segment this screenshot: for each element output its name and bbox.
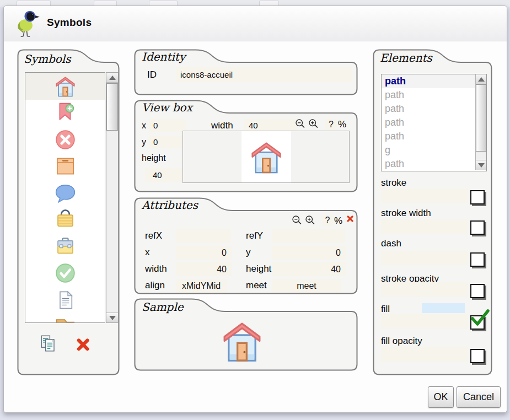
lock-icon [53, 207, 78, 232]
symbols-list[interactable] [25, 72, 105, 323]
symbols-panel: Symbols [17, 49, 120, 375]
viewbox-panel-title: View box [142, 101, 192, 114]
viewbox-x-label: x [142, 121, 146, 131]
toolbox-icon [53, 234, 78, 259]
zoom-out-icon[interactable] [294, 118, 306, 130]
home-icon [53, 74, 78, 99]
dialog-title: Symbols [47, 6, 92, 39]
stroke-label: stroke [381, 177, 406, 189]
viewbox-preview-canvas [241, 131, 291, 182]
stroke-checkbox[interactable] [470, 190, 485, 204]
symbol-list-item[interactable] [25, 100, 105, 127]
attr-refX-label: refX [145, 230, 162, 241]
attr-height-label: height [246, 263, 271, 274]
home-icon [218, 317, 266, 365]
attributes-grid: refX refY x 0 y 0width 40 height 40align… [134, 197, 358, 294]
id-input[interactable]: icons8-accueil [176, 67, 352, 82]
stroke-opacity-input[interactable] [381, 282, 468, 297]
identity-panel-title: Identity [142, 50, 185, 63]
viewbox-height-label: height [142, 153, 166, 163]
viewbox-width-input[interactable]: 40 [244, 119, 297, 132]
box-icon [53, 154, 78, 179]
attr-meet-label: meet [246, 280, 267, 291]
home-icon [247, 138, 286, 176]
fill-opacity-input[interactable] [381, 347, 468, 362]
check-icon [470, 309, 491, 327]
symbol-list-item[interactable] [25, 153, 105, 180]
attr-width-label: width [145, 263, 167, 274]
attr-x-label: x [145, 247, 150, 258]
attr-width-input[interactable]: 40 [176, 262, 232, 276]
bird-logo-icon [10, 8, 41, 39]
symbol-list-item[interactable] [25, 260, 105, 287]
sample-panel: Sample [134, 298, 358, 371]
ok-button[interactable]: OK [428, 386, 454, 408]
cancel-button[interactable]: Cancel [457, 386, 501, 408]
cancel-icon [53, 127, 78, 152]
viewbox-panel: View box x 0 y 0 height 40 width 40 ? % [134, 100, 358, 192]
check-icon [53, 261, 78, 286]
viewbox-y-input[interactable]: 0 [149, 136, 186, 148]
fill-color-swatch [422, 303, 465, 313]
symbols-scrollbar [106, 72, 119, 323]
symbol-list-item[interactable] [25, 314, 105, 324]
dash-checkbox[interactable] [470, 252, 485, 267]
symbol-list-item[interactable] [25, 126, 105, 153]
viewbox-percent-label: % [338, 119, 346, 130]
attr-y-input[interactable]: 0 [272, 246, 346, 260]
id-label: ID [147, 69, 157, 80]
symbol-list-item[interactable] [25, 233, 105, 260]
dialog-header: Symbols [4, 6, 507, 41]
attr-refY-input[interactable] [272, 229, 345, 243]
stroke-input[interactable] [381, 189, 468, 203]
arrow-up-icon [109, 76, 116, 80]
fill-label: fill [381, 304, 390, 315]
attributes-panel: Attributes ? % refX refY x 0 y 0width 40… [134, 197, 358, 294]
element-style-fields: strokestroke widthdashstroke opacityfill… [373, 49, 492, 375]
symbol-list-item[interactable] [25, 180, 105, 207]
fill-checkbox[interactable] [470, 315, 485, 330]
copy-symbol-button[interactable] [38, 333, 59, 354]
attr-refY-label: refY [246, 230, 263, 241]
viewbox-preview [182, 131, 350, 183]
chat-icon [53, 181, 78, 206]
attr-align-label: align [145, 280, 165, 291]
viewbox-scale-input[interactable]: ? [325, 119, 337, 130]
viewbox-width-label: width [211, 120, 233, 131]
identity-panel: Identity ID icons8-accueil [134, 49, 358, 95]
symbol-list-item[interactable] [25, 73, 105, 100]
attr-y-label: y [246, 247, 251, 258]
viewbox-y-label: y [142, 137, 146, 147]
attr-height-input[interactable]: 40 [272, 262, 346, 276]
stroke-width-checkbox[interactable] [470, 220, 485, 235]
dash-input[interactable] [381, 251, 468, 265]
stroke-opacity-checkbox[interactable] [470, 284, 485, 298]
fill-input[interactable] [381, 314, 468, 329]
document-icon [53, 288, 78, 313]
scrollbar-thumb[interactable] [106, 83, 118, 131]
scroll-down-button[interactable] [106, 313, 118, 322]
stroke-width-label: stroke width [381, 208, 431, 219]
stroke-width-input[interactable] [381, 219, 468, 234]
attr-x-input[interactable]: 0 [176, 246, 232, 260]
symbol-list-item[interactable] [25, 207, 105, 234]
zoom-in-icon[interactable] [308, 118, 319, 130]
fill-opacity-label: fill opacity [381, 336, 422, 347]
bookmark-add-icon [53, 100, 78, 125]
fill-opacity-checkbox[interactable] [470, 349, 485, 363]
attr-meet-input[interactable]: meet [272, 279, 341, 293]
folder-icon [53, 314, 78, 323]
delete-symbol-button[interactable] [74, 335, 93, 353]
symbols-panel-title: Symbols [24, 52, 71, 66]
symbol-list-item[interactable] [25, 287, 105, 314]
attr-refX-input[interactable] [176, 229, 231, 243]
dash-label: dash [381, 238, 401, 249]
symbols-dialog: Symbols Symbols Identity ID icons8-accue… [3, 6, 507, 413]
elements-panel: Elements pathpathpathpathpathgpath strok… [373, 49, 492, 375]
scroll-up-button[interactable] [106, 73, 118, 83]
arrow-down-icon [109, 316, 116, 320]
viewbox-x-input[interactable]: 0 [149, 119, 186, 132]
attr-align-input[interactable]: xMidYMid [176, 279, 227, 293]
sample-panel-title: Sample [142, 300, 184, 314]
